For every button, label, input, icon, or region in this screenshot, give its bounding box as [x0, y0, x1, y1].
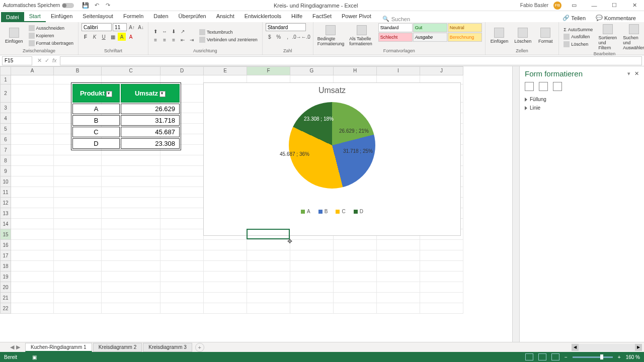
- copy-button[interactable]: Kopieren: [27, 32, 75, 39]
- row-header[interactable]: 18: [0, 261, 11, 272]
- tab-hilfe[interactable]: Hilfe: [286, 11, 307, 22]
- sheet-next-icon[interactable]: ▶: [16, 344, 20, 350]
- tab-entwicklertools[interactable]: Entwicklertools: [239, 11, 286, 22]
- col-header[interactable]: E: [204, 66, 247, 75]
- fill-section[interactable]: Füllung: [525, 95, 639, 104]
- sheet-tab[interactable]: Kreisdiagramm 2: [93, 343, 142, 352]
- wrap-text-button[interactable]: Textumbruch: [198, 29, 259, 36]
- filter-icon[interactable]: [159, 91, 166, 97]
- autosave-toggle[interactable]: Automatisches Speichern: [3, 3, 74, 8]
- row-header[interactable]: 16: [0, 240, 11, 250]
- record-macro-icon[interactable]: ▣: [32, 354, 37, 360]
- format-painter-button[interactable]: Format übertragen: [27, 40, 75, 47]
- row-header[interactable]: 20: [0, 282, 11, 293]
- name-box[interactable]: F15: [2, 56, 32, 65]
- fx-icon[interactable]: fx: [52, 57, 57, 64]
- paste-button[interactable]: Einfügen: [3, 23, 25, 48]
- page-layout-view-icon[interactable]: [538, 353, 546, 360]
- tell-me-search[interactable]: 🔍 Suchen: [382, 16, 410, 22]
- style-berechnung[interactable]: Berechnung: [448, 33, 482, 42]
- table-cell[interactable]: A: [72, 104, 120, 114]
- line-section[interactable]: Linie: [525, 104, 639, 112]
- user-name[interactable]: Fabio Basler: [520, 3, 548, 8]
- table-cell[interactable]: B: [72, 115, 120, 126]
- style-gut[interactable]: Gut: [413, 23, 447, 32]
- row-header[interactable]: 10: [0, 176, 11, 187]
- row-header[interactable]: 3: [0, 103, 11, 113]
- col-header[interactable]: H: [334, 66, 377, 75]
- row-header[interactable]: 11: [0, 187, 11, 198]
- col-header[interactable]: C: [102, 66, 160, 75]
- tab-einfügen[interactable]: Einfügen: [46, 11, 77, 22]
- decimal-inc-icon[interactable]: .0→: [293, 33, 301, 41]
- close-icon[interactable]: ✕: [627, 1, 642, 11]
- style-standard[interactable]: Standard: [378, 23, 413, 32]
- row-header[interactable]: 13: [0, 208, 11, 219]
- orientation-icon[interactable]: ↗: [179, 28, 187, 36]
- fill-color-icon[interactable]: A: [118, 33, 126, 41]
- tab-überprüfen[interactable]: Überprüfen: [174, 11, 211, 22]
- table-cell[interactable]: 26.629: [121, 104, 180, 114]
- table-cell[interactable]: 31.718: [121, 115, 180, 126]
- col-header[interactable]: D: [160, 66, 204, 75]
- active-cell[interactable]: [247, 229, 290, 239]
- undo-icon[interactable]: ↶: [93, 2, 100, 9]
- row-header[interactable]: 14: [0, 219, 11, 229]
- effects-icon[interactable]: [539, 82, 548, 91]
- add-sheet-button[interactable]: +: [195, 343, 204, 352]
- maximize-icon[interactable]: ☐: [607, 1, 622, 11]
- percent-icon[interactable]: %: [275, 33, 283, 41]
- comma-icon[interactable]: ,: [284, 33, 292, 41]
- indent-dec-icon[interactable]: ⇤: [179, 36, 187, 44]
- col-header[interactable]: I: [377, 66, 420, 75]
- sort-filter-button[interactable]: Sortieren und Filtern: [596, 23, 619, 51]
- sheet-tab[interactable]: Kreisdiagramm 3: [143, 343, 192, 352]
- italic-icon[interactable]: K: [91, 33, 99, 41]
- align-right-icon[interactable]: ≡: [170, 36, 178, 44]
- style-ausgabe[interactable]: Ausgabe: [413, 33, 447, 42]
- minimize-icon[interactable]: —: [587, 1, 602, 11]
- sheet-prev-icon[interactable]: ◀: [10, 344, 14, 350]
- cancel-formula-icon[interactable]: ✕: [37, 57, 42, 64]
- decimal-dec-icon[interactable]: ←.0: [302, 33, 310, 41]
- table-cell[interactable]: 45.687: [121, 127, 180, 137]
- find-select-button[interactable]: Suchen und Auswählen: [621, 23, 644, 51]
- align-center-icon[interactable]: ≡: [160, 36, 169, 44]
- style-neutral[interactable]: Neutral: [448, 23, 482, 32]
- col-header[interactable]: B: [54, 66, 102, 75]
- style-schlecht[interactable]: Schlecht: [378, 33, 413, 42]
- pie-plot-area[interactable]: 26.629 ; 21% 31.718 ; 25% 45.687 ; 36% 2…: [289, 102, 375, 189]
- tab-daten[interactable]: Daten: [148, 11, 173, 22]
- indent-inc-icon[interactable]: ⇥: [188, 36, 196, 44]
- zoom-slider[interactable]: [573, 356, 613, 358]
- sheet-tab[interactable]: Kuchen-Ringdiagramm 1: [25, 343, 92, 352]
- tab-power pivot[interactable]: Power Pivot: [337, 11, 376, 22]
- row-header[interactable]: 19: [0, 272, 11, 282]
- enter-formula-icon[interactable]: ✓: [45, 57, 49, 64]
- row-header[interactable]: 17: [0, 250, 11, 261]
- currency-icon[interactable]: $: [266, 33, 274, 41]
- clear-button[interactable]: Löschen: [562, 41, 594, 48]
- table-header-produkt[interactable]: Produkt: [72, 84, 120, 103]
- fill-line-icon[interactable]: [525, 82, 534, 91]
- save-icon[interactable]: 💾: [82, 2, 89, 9]
- insert-cells-button[interactable]: Einfügen: [489, 23, 511, 48]
- row-header[interactable]: 1: [0, 75, 11, 84]
- select-all-corner[interactable]: [0, 66, 11, 75]
- row-header[interactable]: 6: [0, 134, 11, 145]
- page-break-view-icon[interactable]: [551, 353, 559, 360]
- format-cells-button[interactable]: Format: [535, 23, 555, 48]
- tab-start[interactable]: Start: [24, 11, 46, 22]
- align-bottom-icon[interactable]: ⬇: [170, 28, 178, 36]
- row-header[interactable]: 5: [0, 124, 11, 134]
- font-name-select[interactable]: [82, 23, 112, 31]
- table-cell[interactable]: D: [72, 138, 120, 149]
- zoom-level[interactable]: 160 %: [626, 354, 640, 360]
- tab-factset[interactable]: FactSet: [307, 11, 337, 22]
- pane-close-icon[interactable]: ✕: [634, 70, 639, 77]
- delete-cells-button[interactable]: Löschen: [512, 23, 533, 48]
- number-format-select[interactable]: [266, 23, 306, 31]
- border-icon[interactable]: ▦: [109, 33, 117, 41]
- align-left-icon[interactable]: ≡: [151, 36, 159, 44]
- normal-view-icon[interactable]: [525, 353, 533, 360]
